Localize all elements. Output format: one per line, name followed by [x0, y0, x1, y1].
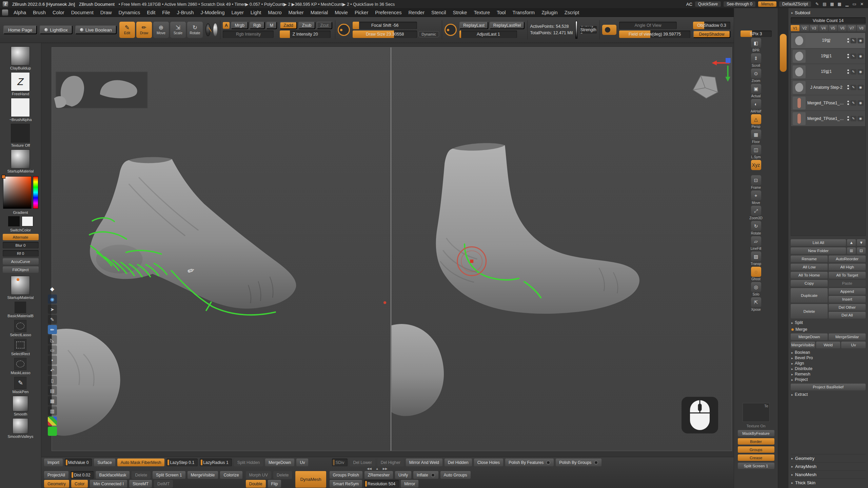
- mode-button[interactable]: ✎ Edit: [119, 22, 135, 38]
- menu-item[interactable]: Material: [307, 9, 332, 16]
- close-icon[interactable]: ✕: [859, 2, 865, 6]
- home-page-button[interactable]: Home Page: [3, 25, 37, 34]
- folder-new-icon[interactable]: ⊞: [847, 247, 856, 254]
- polypaint-dots-icon[interactable]: [847, 69, 849, 74]
- note-icon[interactable]: ▤: [48, 386, 57, 395]
- document-area[interactable]: ✏: [52, 47, 732, 451]
- del-other-button[interactable]: Del Other: [829, 304, 866, 311]
- obj-shadow-slider[interactable]: ObjShadow 0.3: [693, 22, 730, 29]
- shelf-button[interactable]: MaskByFeature: [738, 430, 774, 436]
- all-high-button[interactable]: All High: [829, 264, 866, 270]
- shelf-button[interactable]: Surface: [94, 459, 115, 466]
- shelf-button[interactable]: BackfaceMask: [96, 471, 130, 479]
- shelf-item-button[interactable]: ⊡ Frame: [747, 175, 766, 189]
- menu-item[interactable]: Edit: [143, 9, 159, 16]
- scroll-up-icon[interactable]: ▲: [376, 467, 379, 470]
- shelf-item-button[interactable]: ◌ Ghost: [747, 267, 766, 281]
- menu-item[interactable]: Movie: [331, 9, 351, 16]
- lightbox-button[interactable]: LightBox: [40, 25, 73, 34]
- menus-button[interactable]: Menus: [758, 1, 776, 7]
- brush-icon[interactable]: ✎: [850, 116, 856, 121]
- zcut-button[interactable]: Zcut: [317, 22, 332, 29]
- replay-last-button[interactable]: ReplayLast: [459, 22, 488, 29]
- rgb-intensity-slider[interactable]: Rgb Intensity: [223, 30, 274, 38]
- extract-section-header[interactable]: ▸Extract: [791, 392, 866, 397]
- palette-slot[interactable]: StartupMaterial: [7, 276, 34, 300]
- material-picker-icon[interactable]: [213, 23, 217, 36]
- shelf-item-button[interactable]: ⤢ Zoom3D: [747, 206, 766, 220]
- deep-shadow-button[interactable]: DeepShadow: [693, 30, 730, 38]
- subtool-row[interactable]: Merged_TPose1_Ryan_Kingslien ✎ ◉: [791, 111, 865, 126]
- brush-icon[interactable]: ✎: [850, 54, 856, 59]
- eye-icon[interactable]: ◉: [48, 294, 57, 304]
- subtool-up-button[interactable]: ▲: [847, 239, 856, 246]
- folder-up-icon[interactable]: ⊟: [857, 247, 866, 254]
- polypaint-dots-icon[interactable]: [847, 38, 849, 43]
- eye-icon[interactable]: ◉: [857, 38, 864, 43]
- draw-size-slider[interactable]: Draw Size 23.30558: [353, 30, 417, 38]
- shelf-button[interactable]: Geometry: [44, 480, 69, 488]
- menu-item[interactable]: J-Brush: [174, 9, 197, 16]
- polypaint-dots-icon[interactable]: [847, 54, 849, 59]
- subtool-row[interactable]: 15발1 ✎ ◉: [791, 64, 865, 80]
- shelf-button[interactable]: Del Lower: [350, 459, 375, 466]
- rf-slider[interactable]: Rf 0: [3, 250, 39, 257]
- palette-icon[interactable]: ▩: [836, 2, 843, 6]
- brush-slot[interactable]: ~BrushAlpha: [9, 98, 32, 122]
- hue-strip[interactable]: [33, 176, 38, 209]
- shelf-button[interactable]: MidValue 0: [65, 459, 92, 466]
- menu-item[interactable]: Color: [49, 9, 68, 16]
- menu-item[interactable]: Light: [247, 9, 264, 16]
- gradient-label[interactable]: Gradient: [13, 210, 28, 215]
- split-section-header[interactable]: ▸Split: [791, 320, 866, 325]
- shelf-button[interactable]: Split Hidden: [234, 459, 263, 466]
- section-header[interactable]: ▸Align: [791, 361, 866, 366]
- shelf-button[interactable]: LazyStep 0.1: [166, 459, 198, 466]
- merge-section-header[interactable]: Merge: [791, 327, 866, 332]
- menu-item[interactable]: Stroke: [450, 9, 471, 16]
- shelf-item-button[interactable]: ⊙ Zoom: [747, 68, 766, 83]
- viewport[interactable]: ✏: [41, 43, 734, 457]
- palette-header[interactable]: ▸ArrayMesh: [791, 462, 866, 470]
- undo-icon[interactable]: ↶: [48, 366, 57, 375]
- color-swatch-icon[interactable]: [48, 416, 57, 426]
- shelf-button[interactable]: Smart ReSym: [330, 480, 362, 488]
- brush-icon[interactable]: ✎: [850, 69, 856, 75]
- shelf-button[interactable]: Inflate: [413, 471, 438, 479]
- palette-header[interactable]: ▸Thick Skin: [791, 479, 866, 487]
- eye-icon[interactable]: ◉: [857, 85, 864, 90]
- menu-item[interactable]: J-Modeling: [197, 9, 228, 16]
- subtool-down-button[interactable]: ▼: [857, 239, 866, 246]
- duplicate-button[interactable]: Duplicate: [791, 288, 828, 303]
- dot-icon[interactable]: •: [48, 355, 57, 365]
- mode-button[interactable]: ↻ Rotate: [187, 22, 203, 38]
- section-header[interactable]: ▸Bevel Pro: [791, 355, 866, 361]
- shelf-button[interactable]: Resolution 504: [364, 480, 399, 488]
- pen-tablet-icon[interactable]: ✎: [814, 2, 821, 6]
- palette-slot[interactable]: SmoothValleys: [8, 418, 34, 439]
- append-button[interactable]: Append: [829, 288, 866, 295]
- menu-item[interactable]: Preferences: [372, 9, 405, 16]
- menu-item[interactable]: Marker: [285, 9, 307, 16]
- brush-icon[interactable]: ✎: [850, 38, 856, 43]
- m-button[interactable]: M: [266, 22, 277, 29]
- brush-slot[interactable]: Z FreeHand: [11, 72, 30, 96]
- section-header[interactable]: ▸Remesh: [791, 371, 866, 377]
- scroll-left-icon[interactable]: ◀◀: [367, 467, 372, 470]
- eye-icon[interactable]: ◉: [857, 54, 864, 59]
- shelf-item-button[interactable]: ⇕ Scroll: [747, 53, 766, 67]
- shelf-item-button[interactable]: ↻ Rotate: [747, 221, 766, 235]
- palette-header[interactable]: ▸Geometry: [791, 454, 866, 462]
- shelf-button[interactable]: Auto Groups: [440, 471, 471, 479]
- list-icon[interactable]: ▥: [48, 406, 57, 415]
- brush-slot[interactable]: ClayBuildup: [10, 46, 31, 70]
- polypaint-dots-icon[interactable]: [847, 100, 849, 105]
- paste-button[interactable]: Paste: [829, 280, 866, 287]
- palette-slot[interactable]: BasicMaterialB: [7, 302, 34, 318]
- panel-header[interactable]: ▸ Subtool: [791, 9, 866, 16]
- shelf-item-button[interactable]: ▱ LineFill: [747, 236, 766, 250]
- uv-button[interactable]: Uv: [841, 342, 866, 348]
- mode-button[interactable]: ⊕ Move: [153, 22, 169, 38]
- eye-icon[interactable]: ◉: [857, 69, 864, 75]
- polypaint-dots-icon[interactable]: [847, 85, 849, 90]
